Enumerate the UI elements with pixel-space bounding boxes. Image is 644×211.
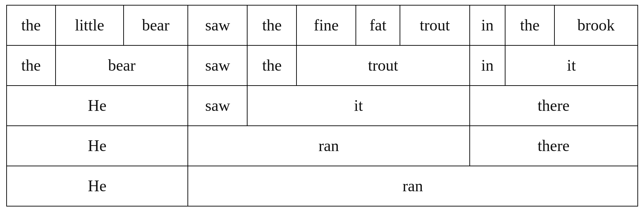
cell-r1-4: saw xyxy=(188,5,247,45)
cell-r2-7: it xyxy=(505,45,637,86)
cell-r2-3: saw xyxy=(188,45,247,86)
cell-r1-2: little xyxy=(56,5,123,45)
cell-r2-5: trout xyxy=(296,45,469,86)
word-table: the little bear saw the fine fat trout i… xyxy=(6,5,638,206)
cell-r1-10: the xyxy=(505,5,554,45)
cell-r1-3: bear xyxy=(124,5,188,45)
cell-r1-1: the xyxy=(7,5,56,45)
cell-r3-2: saw xyxy=(188,86,247,126)
cell-r4-2: ran xyxy=(188,126,469,166)
table-row-1: the little bear saw the fine fat trout i… xyxy=(7,5,638,45)
cell-r4-1: He xyxy=(7,126,188,166)
cell-r1-7: fat xyxy=(356,5,400,45)
table-row-3: He saw it there xyxy=(7,86,638,126)
cell-r1-5: the xyxy=(247,5,296,45)
table-row-4: He ran there xyxy=(7,126,638,166)
table-container: the little bear saw the fine fat trout i… xyxy=(0,0,644,211)
cell-r2-2: bear xyxy=(56,45,188,86)
table-row-5: He ran xyxy=(7,166,638,206)
cell-r3-3: it xyxy=(247,86,469,126)
cell-r3-1: He xyxy=(7,86,188,126)
cell-r5-1: He xyxy=(7,166,188,206)
cell-r3-4: there xyxy=(470,86,638,126)
cell-r2-6: in xyxy=(470,45,505,86)
cell-r1-6: fine xyxy=(296,5,356,45)
cell-r1-8: trout xyxy=(400,5,469,45)
cell-r2-4: the xyxy=(247,45,296,86)
cell-r5-2: ran xyxy=(188,166,637,206)
cell-r4-3: there xyxy=(470,126,638,166)
cell-r1-9: in xyxy=(470,5,505,45)
cell-r1-11: brook xyxy=(554,5,637,45)
cell-r2-1: the xyxy=(7,45,56,86)
table-row-2: the bear saw the trout in it xyxy=(7,45,638,86)
